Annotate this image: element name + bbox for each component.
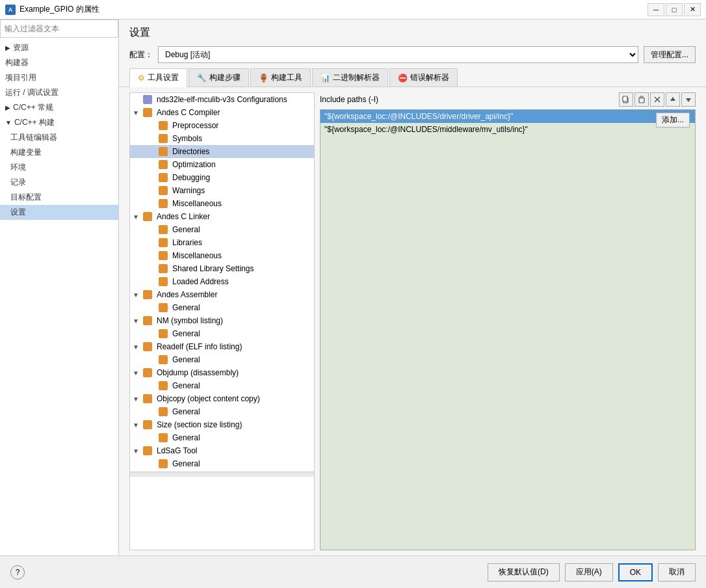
svg-rect-3 — [640, 96, 643, 98]
maximize-button[interactable]: □ — [666, 3, 683, 16]
tree-item-label: Miscellaneous — [172, 251, 222, 260]
sidebar-item-run-debug[interactable]: 运行 / 调试设置 — [0, 85, 118, 100]
sidebar-item-label: 环境 — [10, 162, 26, 173]
tree-item-nds32[interactable]: nds32le-elf-mculib-v3s Configurations — [130, 93, 314, 106]
tree-item-general5[interactable]: General — [130, 379, 314, 392]
arrow-icon: ▶ — [5, 44, 10, 51]
tree-item-andes-assembler[interactable]: ▼ Andes Assembler — [130, 288, 314, 301]
sidebar-item-build-vars[interactable]: 构建变量 — [0, 145, 118, 160]
tree-item-libraries[interactable]: Libraries — [130, 236, 314, 249]
tree-item-general3[interactable]: General — [130, 327, 314, 340]
move-down-button[interactable] — [681, 92, 696, 107]
close-button[interactable]: ✕ — [684, 3, 701, 16]
error-parser-icon: ⛔ — [398, 74, 408, 83]
tree-item-miscellaneous2[interactable]: Miscellaneous — [130, 249, 314, 262]
svg-marker-7 — [686, 98, 691, 102]
include-path-value: "${workspace_loc:/@INCLUDES/middleware/m… — [324, 125, 528, 134]
sidebar-item-tool-chain-editor[interactable]: 工具链编辑器 — [0, 130, 118, 145]
tree-item-label: Preprocessor — [172, 121, 218, 130]
tool-icon — [159, 264, 168, 273]
filter-input[interactable] — [0, 20, 118, 38]
sidebar-item-cpp-build[interactable]: ▼ C/C++ 构建 — [0, 115, 118, 130]
tree-item-directories[interactable]: Directories — [130, 145, 314, 158]
tree-item-symbols[interactable]: Symbols — [130, 132, 314, 145]
config-select[interactable]: Debug [活动] — [158, 46, 638, 63]
tree-item-general8[interactable]: General — [130, 457, 314, 470]
tree-item-readelf[interactable]: ▼ Readelf (ELF info listing) — [130, 340, 314, 353]
help-button[interactable]: ? — [10, 565, 25, 580]
tree-item-andes-c-linker[interactable]: ▼ Andes C Linker — [130, 210, 314, 223]
tree-item-warnings[interactable]: Warnings — [130, 184, 314, 197]
nav-tree: ▶ 资源 构建器 项目引用 运行 / 调试设置 ▶ C/C++ 常规 ▼ — [0, 38, 118, 555]
tool-icon — [143, 446, 152, 455]
svg-marker-6 — [670, 97, 675, 101]
cancel-button[interactable]: 取消 — [658, 563, 696, 581]
tool-icon — [143, 212, 152, 221]
tab-build-steps[interactable]: 🔧 构建步骤 — [189, 68, 249, 87]
bottom-bar: ? 恢复默认值(D) 应用(A) OK 取消 — [0, 555, 706, 588]
tree-item-preprocessor[interactable]: Preprocessor — [130, 119, 314, 132]
move-up-button[interactable] — [666, 92, 680, 107]
ok-button[interactable]: OK — [618, 563, 653, 581]
copy-button[interactable] — [619, 92, 633, 107]
minimize-button[interactable]: ─ — [647, 3, 664, 16]
tree-scrollbar[interactable] — [130, 472, 314, 477]
tree-item-label: Optimization — [172, 160, 216, 169]
tree-item-general6[interactable]: General — [130, 405, 314, 418]
app-icon: A — [5, 5, 16, 15]
tab-binary-parser[interactable]: 📊 二进制解析器 — [312, 68, 388, 87]
sidebar-item-project-ref[interactable]: 项目引用 — [0, 70, 118, 85]
sidebar-item-cpp-general[interactable]: ▶ C/C++ 常规 — [0, 100, 118, 115]
sidebar-item-settings[interactable]: 设置 — [0, 205, 118, 220]
tab-build-tools[interactable]: 🏺 构建工具 — [250, 68, 311, 87]
tree-item-shared-lib[interactable]: Shared Library Settings — [130, 262, 314, 275]
sidebar-item-logging[interactable]: 记录 — [0, 175, 118, 190]
add-button[interactable]: 添加... — [656, 113, 690, 127]
apply-button[interactable]: 应用(A) — [565, 563, 613, 581]
tree-item-size-listing[interactable]: ▼ Size (section size listing) — [130, 418, 314, 431]
paste-button[interactable] — [634, 92, 649, 107]
include-path-item[interactable]: "${workspace_loc:/@INCLUDES/driver/drive… — [320, 110, 695, 123]
restore-defaults-button[interactable]: 恢复默认值(D) — [488, 563, 560, 581]
tab-label: 错误解析器 — [410, 72, 449, 83]
tree-item-label: Libraries — [172, 238, 202, 247]
tree-item-label: Size (section size listing) — [157, 420, 242, 429]
manage-config-button[interactable]: 管理配置... — [644, 46, 696, 63]
include-path-item[interactable]: "${workspace_loc:/@INCLUDES/middleware/m… — [320, 123, 695, 136]
tree-item-general2[interactable]: General — [130, 301, 314, 314]
tab-tool-settings[interactable]: ⚙ 工具设置 — [129, 68, 187, 87]
sidebar-item-environment[interactable]: 环境 — [0, 160, 118, 175]
delete-button[interactable] — [650, 92, 664, 107]
expand-arrow-icon: ▼ — [133, 421, 140, 429]
tree-item-optimization[interactable]: Optimization — [130, 158, 314, 171]
tree-item-general4[interactable]: General — [130, 353, 314, 366]
sidebar-item-builder[interactable]: 构建器 — [0, 55, 118, 70]
sidebar-item-resources[interactable]: ▶ 资源 — [0, 40, 118, 55]
tree-item-general7[interactable]: General — [130, 431, 314, 444]
tree-item-label: General — [172, 407, 200, 416]
title-bar: A Example_GPIO 的属性 ─ □ ✕ — [0, 0, 706, 20]
tab-error-parser[interactable]: ⛔ 错误解析器 — [389, 68, 458, 87]
window-controls: ─ □ ✕ — [647, 3, 701, 16]
tree-item-andes-c-compiler[interactable]: ▼ Andes C Compiler — [130, 106, 314, 119]
paste-icon — [638, 96, 646, 103]
tree-item-objdump[interactable]: ▼ Objdump (disassembly) — [130, 366, 314, 379]
tree-item-nm-listing[interactable]: ▼ NM (symbol listing) — [130, 314, 314, 327]
tree-item-objcopy[interactable]: ▼ Objcopy (object content copy) — [130, 392, 314, 405]
tree-item-label: General — [172, 381, 200, 390]
tree-item-debugging[interactable]: Debugging — [130, 171, 314, 184]
build-steps-icon: 🔧 — [197, 74, 207, 83]
tree-item-loaded-addr[interactable]: Loaded Address — [130, 275, 314, 288]
sidebar-item-target-config[interactable]: 目标配置 — [0, 190, 118, 205]
tree-item-label: General — [172, 459, 200, 468]
expand-arrow-icon: ▼ — [133, 213, 140, 220]
tree-item-miscellaneous[interactable]: Miscellaneous — [130, 197, 314, 210]
expand-arrow-icon: ▼ — [133, 343, 140, 351]
tree-item-ldsag[interactable]: ▼ LdSaG Tool — [130, 444, 314, 457]
tool-icon — [159, 459, 168, 468]
bottom-left: ? — [10, 565, 25, 580]
tool-icon — [143, 342, 152, 351]
tree-item-general1[interactable]: General — [130, 223, 314, 236]
expand-arrow-icon: ▼ — [133, 317, 140, 325]
tool-icon — [159, 186, 168, 195]
